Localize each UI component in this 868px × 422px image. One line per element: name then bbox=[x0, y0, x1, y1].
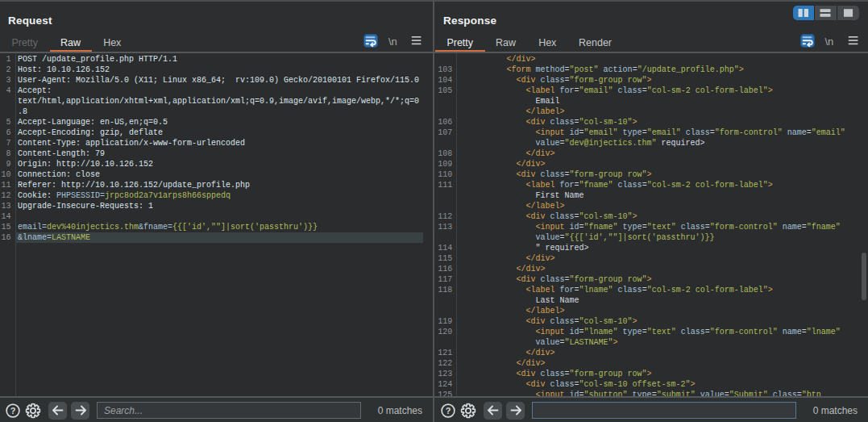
svg-text:?: ? bbox=[10, 405, 16, 415]
svg-text:?: ? bbox=[446, 405, 451, 415]
